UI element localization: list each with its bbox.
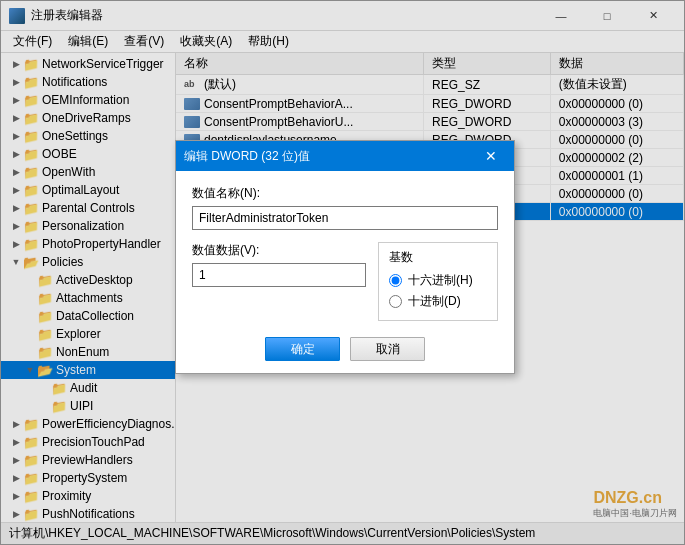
data-label: 数值数据(V): bbox=[192, 242, 366, 259]
name-input[interactable] bbox=[192, 206, 498, 230]
dialog-title-bar: 编辑 DWORD (32 位)值 ✕ bbox=[176, 141, 514, 171]
data-row: 数值数据(V): 基数 十六进制(H) 十进制(D) bbox=[192, 242, 498, 321]
base-label: 基数 bbox=[389, 249, 487, 266]
hex-radio-label[interactable]: 十六进制(H) bbox=[389, 272, 487, 289]
dec-radio-label[interactable]: 十进制(D) bbox=[389, 293, 487, 310]
dec-radio-text: 十进制(D) bbox=[408, 293, 461, 310]
base-section: 基数 十六进制(H) 十进制(D) bbox=[378, 242, 498, 321]
dialog-close-button[interactable]: ✕ bbox=[476, 141, 506, 171]
dialog-title: 编辑 DWORD (32 位)值 bbox=[184, 148, 476, 165]
edit-dword-dialog: 编辑 DWORD (32 位)值 ✕ 数值名称(N): 数值数据(V): 基数 … bbox=[175, 140, 515, 374]
data-section: 数值数据(V): bbox=[192, 242, 366, 321]
dialog-body: 数值名称(N): 数值数据(V): 基数 十六进制(H) 十进制(D) 确定 bbox=[176, 171, 514, 373]
dec-radio[interactable] bbox=[389, 295, 402, 308]
dialog-buttons: 确定 取消 bbox=[192, 333, 498, 361]
hex-radio[interactable] bbox=[389, 274, 402, 287]
hex-radio-text: 十六进制(H) bbox=[408, 272, 473, 289]
cancel-button[interactable]: 取消 bbox=[350, 337, 425, 361]
name-label: 数值名称(N): bbox=[192, 185, 498, 202]
data-input[interactable] bbox=[192, 263, 366, 287]
ok-button[interactable]: 确定 bbox=[265, 337, 340, 361]
